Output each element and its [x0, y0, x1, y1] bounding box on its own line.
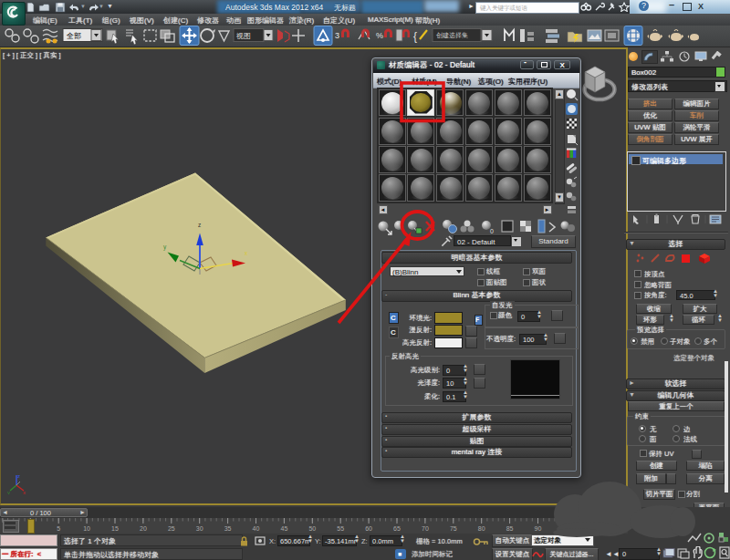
svg-text:y: y	[163, 244, 167, 251]
svg-text:z: z	[198, 222, 201, 228]
svg-text:0: 0	[490, 228, 494, 234]
svg-text:x: x	[245, 250, 248, 256]
